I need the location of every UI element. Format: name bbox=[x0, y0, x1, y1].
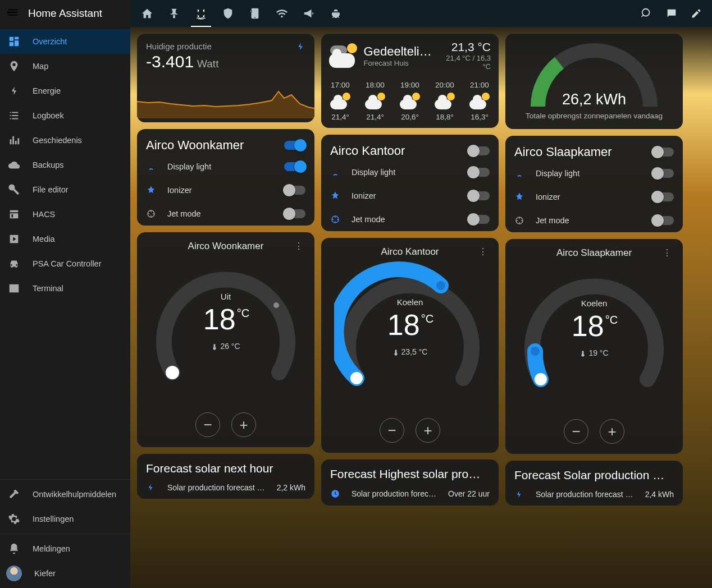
temp-down-button[interactable]: − bbox=[564, 419, 588, 444]
svg-point-9 bbox=[535, 373, 547, 385]
menu-collapse-icon[interactable] bbox=[7, 6, 19, 21]
entity-row: Jet mode bbox=[137, 202, 314, 226]
thermo-state: Koelen bbox=[581, 298, 608, 308]
tab-announce[interactable] bbox=[295, 0, 322, 27]
avatar bbox=[6, 566, 22, 581]
entity-row: Ionizer bbox=[137, 178, 314, 202]
solar-gauge-card[interactable]: 26,2 kWh Totale opbrengst zonnepanelen v… bbox=[505, 34, 683, 129]
column-1: Huidige productie -3.401Watt Airco Woonk… bbox=[137, 34, 314, 506]
more-icon[interactable]: ⋮ bbox=[661, 246, 673, 259]
edit-button[interactable] bbox=[684, 0, 709, 27]
forecast-today-card: Forecast Solar production … Solar produc… bbox=[505, 461, 683, 506]
sidebar-item-media[interactable]: Media bbox=[0, 227, 130, 251]
sidebar-item-logboek[interactable]: Logboek bbox=[0, 103, 130, 128]
svg-point-5 bbox=[350, 372, 363, 384]
thermo-current: 19 °C bbox=[579, 348, 608, 357]
sidebar-item-map[interactable]: Map bbox=[0, 54, 130, 79]
more-icon[interactable]: ⋮ bbox=[293, 239, 304, 252]
tab-security[interactable] bbox=[214, 0, 241, 27]
jet-mode-icon bbox=[146, 209, 157, 219]
sidebar-header: Home Assistant bbox=[0, 0, 130, 27]
sidebar-item-devtools[interactable]: Ontwikkelhulpmiddelen bbox=[0, 482, 130, 507]
display-light-toggle[interactable] bbox=[468, 168, 490, 177]
thermo-state: Koelen bbox=[397, 297, 423, 307]
column-2: Gedeelteli… Forecast Huis 21,3 °C 21,4 °… bbox=[321, 34, 499, 506]
entity-row[interactable]: Solar production forecast G… 2,4 kWh bbox=[514, 490, 674, 499]
sidebar-item-notifications[interactable]: Meldingen bbox=[0, 536, 130, 561]
ac-slaapkamer-entities-card: Airco Slaapkamer Display light Ionizer J… bbox=[505, 136, 683, 232]
ac-woonkamer-main-toggle[interactable] bbox=[284, 141, 305, 150]
card-title: Airco Woonkamer bbox=[146, 138, 244, 153]
tab-ac[interactable]: A/C bbox=[188, 0, 214, 27]
sidebar-item-label: Energie bbox=[33, 86, 61, 95]
thermo-current: 23,5 °C bbox=[392, 347, 428, 356]
jet-mode-toggle[interactable] bbox=[468, 215, 490, 224]
production-value: -3.401Watt bbox=[146, 52, 218, 71]
sidebar-footer: Ontwikkelhulpmiddelen Instellingen Meldi… bbox=[0, 479, 130, 588]
ac-woonkamer-entities-card: Airco Woonkamer Display light Ionizer Je… bbox=[137, 129, 314, 226]
forecast-next-hour-card: Forecast solar next hour Solar productio… bbox=[137, 454, 314, 499]
temp-up-button[interactable]: + bbox=[600, 419, 624, 444]
entity-value: 2,2 kWh bbox=[277, 483, 305, 492]
temp-up-button[interactable]: + bbox=[416, 418, 440, 443]
ionizer-icon bbox=[514, 192, 526, 202]
ac-kantoor-main-toggle[interactable] bbox=[468, 146, 490, 155]
sidebar-item-label: PSA Car Controller bbox=[33, 259, 102, 268]
clock-icon bbox=[330, 489, 341, 499]
sidebar-item-overzicht[interactable]: Overzicht bbox=[0, 29, 130, 54]
card-title: Airco Slaapkamer bbox=[514, 145, 612, 159]
hammer-icon bbox=[8, 488, 20, 500]
cloud-icon bbox=[8, 159, 20, 171]
more-icon[interactable]: ⋮ bbox=[477, 245, 489, 258]
sidebar-item-settings[interactable]: Instellingen bbox=[0, 507, 130, 531]
display-light-toggle[interactable] bbox=[652, 169, 674, 178]
sidebar-item-user[interactable]: Kiefer bbox=[0, 561, 130, 586]
tab-home[interactable] bbox=[134, 0, 161, 27]
tab-plant[interactable] bbox=[161, 0, 188, 27]
dashboard: Huidige productie -3.401Watt Airco Woonk… bbox=[130, 27, 712, 588]
sidebar-item-hacs[interactable]: HACS bbox=[0, 202, 130, 227]
display-light-toggle[interactable] bbox=[284, 162, 305, 171]
entity-row[interactable]: Solar production foreca… Over 22 uur bbox=[330, 489, 490, 499]
entity-label: Jet mode bbox=[167, 209, 274, 218]
jet-mode-toggle[interactable] bbox=[652, 216, 674, 225]
forecast-slot: 18:00 21,4° bbox=[365, 81, 385, 121]
production-title: Huidige productie bbox=[146, 42, 218, 51]
entity-label: Solar production forecast G… bbox=[536, 490, 635, 499]
ionizer-toggle[interactable] bbox=[468, 191, 490, 200]
play-box-icon bbox=[8, 233, 20, 245]
entity-label: Ionizer bbox=[536, 192, 642, 201]
ac-slaapkamer-main-toggle[interactable] bbox=[652, 148, 674, 157]
jet-mode-toggle[interactable] bbox=[284, 209, 305, 218]
svg-text:A/C: A/C bbox=[199, 17, 204, 20]
search-button[interactable] bbox=[635, 0, 659, 27]
tab-phone[interactable] bbox=[241, 0, 268, 27]
entity-value: 2,4 kWh bbox=[645, 490, 674, 499]
tab-bug[interactable] bbox=[322, 0, 349, 27]
production-card[interactable]: Huidige productie -3.401Watt bbox=[137, 34, 314, 122]
entity-row: Ionizer bbox=[321, 184, 499, 208]
sidebar-item-energie[interactable]: Energie bbox=[0, 79, 130, 103]
tab-wifi[interactable] bbox=[268, 0, 295, 27]
jet-mode-icon bbox=[330, 214, 341, 224]
sidebar-item-psa[interactable]: PSA Car Controller bbox=[0, 251, 130, 276]
temp-down-button[interactable]: − bbox=[195, 412, 220, 437]
ionizer-toggle[interactable] bbox=[652, 192, 674, 201]
entity-row[interactable]: Solar production forecast G… 2,2 kWh bbox=[146, 483, 305, 492]
sidebar-item-terminal[interactable]: Terminal bbox=[0, 276, 130, 301]
temp-up-button[interactable]: + bbox=[231, 412, 256, 437]
app-title: Home Assistant bbox=[28, 7, 102, 20]
weather-card[interactable]: Gedeelteli… Forecast Huis 21,3 °C 21,4 °… bbox=[321, 34, 499, 128]
temp-down-button[interactable]: − bbox=[380, 418, 404, 443]
sidebar-item-file-editor[interactable]: File editor bbox=[0, 177, 130, 202]
ionizer-toggle[interactable] bbox=[284, 186, 305, 195]
sidebar-item-geschiedenis[interactable]: Geschiedenis bbox=[0, 128, 130, 153]
sidebar-item-backups[interactable]: Backups bbox=[0, 153, 130, 177]
entity-row: Jet mode bbox=[505, 209, 683, 232]
ac-kantoor-entities-card: Airco Kantoor Display light Ionizer Jet … bbox=[321, 135, 499, 231]
sidebar-item-label: File editor bbox=[33, 185, 69, 194]
assist-button[interactable] bbox=[659, 0, 684, 27]
entity-label: Solar production forecast G… bbox=[167, 483, 267, 492]
thermo-kantoor-card: Airco Kantoor ⋮ Koelen 18°C 23,5 °C − bbox=[321, 238, 499, 453]
bolt-icon bbox=[8, 85, 20, 97]
